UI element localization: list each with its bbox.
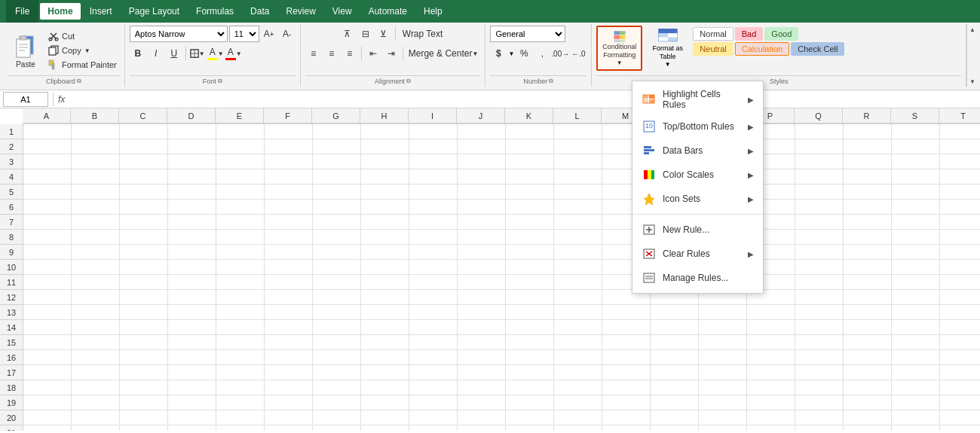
font-decrease-button[interactable]: A- [279,26,296,42]
italic-button[interactable]: I [148,45,164,62]
row-header-2[interactable]: 2 [0,139,23,154]
cell-T1[interactable] [940,124,980,139]
cell-L21[interactable] [554,425,602,431]
cell-I15[interactable] [409,335,458,350]
cell-G17[interactable] [313,365,361,380]
cell-T20[interactable] [940,410,980,425]
formula-input[interactable] [68,95,977,104]
cell-H2[interactable] [361,139,409,154]
cell-Q17[interactable] [795,365,844,380]
cell-F13[interactable] [265,305,313,320]
col-header-H[interactable]: H [360,108,409,123]
cell-H17[interactable] [361,365,409,380]
cell-D17[interactable] [168,365,216,380]
cell-F20[interactable] [265,410,313,425]
cell-D7[interactable] [168,215,216,230]
cell-G13[interactable] [313,305,361,320]
cell-Q15[interactable] [795,335,844,350]
row-header-19[interactable]: 19 [0,395,23,410]
cell-P15[interactable] [747,335,795,350]
wrap-text-button[interactable]: Wrap Text [399,26,447,42]
cell-L5[interactable] [554,184,602,200]
row-header-6[interactable]: 6 [0,200,23,215]
borders-arrow-icon[interactable]: ▼ [199,50,205,57]
cell-A14[interactable] [23,320,72,335]
cell-O13[interactable] [699,305,747,320]
cell-H11[interactable] [361,275,409,290]
row-header-20[interactable]: 20 [0,410,23,425]
cell-R19[interactable] [844,395,892,410]
align-right-button[interactable]: ≡ [341,45,358,62]
cell-K20[interactable] [506,410,554,425]
row-header-5[interactable]: 5 [0,184,23,200]
cell-G10[interactable] [313,260,361,275]
row-header-8[interactable]: 8 [0,230,23,245]
cell-L13[interactable] [554,305,602,320]
cell-T21[interactable] [940,425,980,431]
menu-item-page-layout[interactable]: Page Layout [121,3,187,20]
cell-J2[interactable] [458,139,506,154]
cell-A6[interactable] [23,200,72,215]
cell-A13[interactable] [23,305,72,320]
cell-C15[interactable] [120,335,168,350]
cell-A17[interactable] [23,365,72,380]
cell-Q11[interactable] [795,275,844,290]
format-as-table-button[interactable]: Format asTable ▼ [647,26,688,71]
cell-S11[interactable] [892,275,940,290]
style-normal[interactable]: Normal [693,27,733,41]
cell-J6[interactable] [458,200,506,215]
cell-P14[interactable] [747,320,795,335]
cell-F1[interactable] [265,124,313,139]
cell-N19[interactable] [651,395,699,410]
align-center-button[interactable]: ≡ [323,45,340,62]
alignment-expand-icon[interactable]: ⧉ [406,78,411,85]
cell-E13[interactable] [216,305,265,320]
format-painter-button[interactable]: Format Painter [45,58,120,72]
cell-O14[interactable] [699,320,747,335]
cell-C5[interactable] [120,184,168,200]
row-header-12[interactable]: 12 [0,290,23,305]
cell-R1[interactable] [844,124,892,139]
style-neutral[interactable]: Neutral [693,42,733,56]
cell-B16[interactable] [72,350,120,365]
cell-K7[interactable] [506,215,554,230]
cell-L16[interactable] [554,350,602,365]
cell-Q14[interactable] [795,320,844,335]
cell-E1[interactable] [216,124,265,139]
cell-A2[interactable] [23,139,72,154]
cell-S9[interactable] [892,245,940,260]
cell-M17[interactable] [602,365,651,380]
cell-F5[interactable] [265,184,313,200]
align-top-button[interactable]: ⊼ [339,26,356,42]
cell-O16[interactable] [699,350,747,365]
align-bottom-button[interactable]: ⊻ [375,26,392,42]
cell-S15[interactable] [892,335,940,350]
cell-S3[interactable] [892,154,940,169]
cell-B13[interactable] [72,305,120,320]
cell-D18[interactable] [168,380,216,395]
cell-E16[interactable] [216,350,265,365]
cell-R17[interactable] [844,365,892,380]
cell-Q21[interactable] [795,425,844,431]
cell-D14[interactable] [168,320,216,335]
cell-P19[interactable] [747,395,795,410]
cell-L1[interactable] [554,124,602,139]
cell-S4[interactable] [892,169,940,184]
currency-button[interactable]: $ [490,45,507,62]
cell-M20[interactable] [602,410,651,425]
cell-T5[interactable] [940,184,980,200]
cell-G21[interactable] [313,425,361,431]
cell-O17[interactable] [699,365,747,380]
cell-B12[interactable] [72,290,120,305]
cell-A8[interactable] [23,230,72,245]
cell-I3[interactable] [409,154,458,169]
cell-G3[interactable] [313,154,361,169]
cell-J7[interactable] [458,215,506,230]
cell-C16[interactable] [120,350,168,365]
cell-I1[interactable] [409,124,458,139]
cell-J12[interactable] [458,290,506,305]
cell-B17[interactable] [72,365,120,380]
align-middle-button[interactable]: ⊟ [357,26,374,42]
cell-A18[interactable] [23,380,72,395]
cell-D8[interactable] [168,230,216,245]
